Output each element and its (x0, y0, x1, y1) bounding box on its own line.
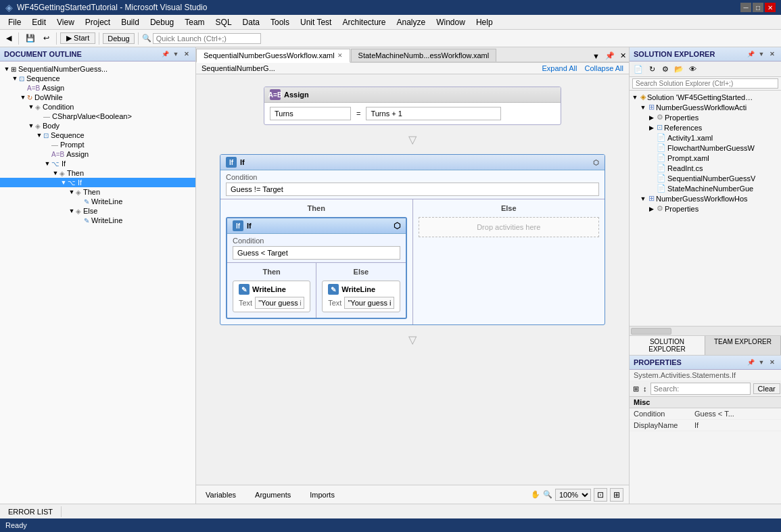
assign-right-input[interactable] (366, 107, 501, 120)
tree-item-assign2[interactable]: A=B Assign (0, 149, 195, 159)
tree-item-assign1[interactable]: A=B Assign (0, 83, 195, 93)
auto-hide-button[interactable]: 📌 (160, 49, 170, 59)
se-preview[interactable]: 👁 (686, 63, 699, 75)
start-button[interactable]: ▶ Start (60, 32, 95, 44)
fit-page-button[interactable]: ⊡ (594, 488, 607, 502)
imports-tab[interactable]: Imports (306, 489, 339, 500)
se-readint[interactable]: 📄 ReadInt.cs (630, 163, 781, 173)
tree-item-dowhile[interactable]: ▼ ↻ DoWhile (0, 93, 195, 102)
tree-item-else2[interactable]: ▼ ◈ Else (0, 206, 195, 216)
tree-item-sequence1[interactable]: ▼ ⊡ Sequence (0, 74, 195, 83)
outer-condition-input[interactable] (226, 183, 599, 196)
expand-all-button[interactable]: Expand All (542, 64, 577, 72)
menu-item-build[interactable]: Build (116, 16, 145, 28)
menu-item-team[interactable]: Team (179, 16, 210, 28)
se-refresh[interactable]: ↻ (646, 63, 658, 75)
hand-tool[interactable]: ✋ (531, 490, 540, 499)
workflow-canvas[interactable]: A=B Assign = ▽ (196, 74, 629, 485)
se-props1[interactable]: ▶ ⚙ Properties (630, 112, 781, 122)
se-smc1[interactable]: 📄 StateMachineNumberGue (630, 183, 781, 193)
prop-categorized-button[interactable]: ⊞ (632, 383, 640, 395)
arguments-tab[interactable]: Arguments (251, 489, 295, 500)
se-flow1[interactable]: 📄 FlowchartNumberGuessW (630, 143, 781, 153)
menu-item-architecture[interactable]: Architecture (337, 16, 391, 28)
auto-hide-editor-button[interactable]: 📌 (602, 50, 617, 62)
se-ng2[interactable]: ▼ ⊞ NumberGuessWorkflowHos (630, 193, 781, 203)
variables-tab[interactable]: Variables (202, 489, 240, 500)
inner-else-text-input[interactable] (344, 297, 394, 309)
menu-item-view[interactable]: View (51, 16, 80, 28)
tree-item-prompt[interactable]: — Prompt (0, 140, 195, 149)
prop-auto-hide-button[interactable]: 📌 (746, 358, 755, 367)
close-button[interactable]: ✕ (765, 3, 776, 12)
quick-launch-input[interactable] (153, 33, 261, 44)
tree-item-csharpvalue[interactable]: — CSharpValue<Boolean> (0, 112, 195, 121)
error-list-tab[interactable]: ERROR LIST (0, 506, 62, 517)
se-scrollbar-h[interactable] (630, 326, 781, 335)
prop-alphabetical-button[interactable]: ↕ (642, 383, 648, 395)
se-open-folder[interactable]: 📂 (673, 63, 685, 75)
tree-item-condition[interactable]: ▼ ◈ Condition (0, 102, 195, 112)
document-list-button[interactable]: ▼ (590, 51, 602, 62)
zoom-select[interactable]: 100% 75% 50% 150% (555, 489, 591, 501)
se-ng1[interactable]: ▼ ⊞ NumberGuessWorkflowActi (630, 102, 781, 112)
se-tab-team-explorer[interactable]: TEAM EXPLORER (705, 336, 781, 355)
minimize-button[interactable]: ─ (740, 3, 751, 12)
tree-item-then2[interactable]: ▼ ◈ Then (0, 187, 195, 197)
menu-item-tools[interactable]: Tools (265, 16, 295, 28)
zoom-icon[interactable]: 🔍 (543, 490, 552, 499)
menu-item-window[interactable]: Window (431, 16, 471, 28)
fit-all-button[interactable]: ⊞ (610, 488, 623, 502)
undo-button[interactable]: ↩ (40, 31, 53, 46)
back-button[interactable]: ◀ (3, 31, 15, 46)
inner-condition-input[interactable] (233, 246, 400, 260)
se-options-button[interactable]: ▼ (757, 49, 766, 59)
se-show-all-files[interactable]: 📄 (632, 63, 644, 75)
se-properties[interactable]: ⚙ (659, 63, 671, 75)
inner-if-collapse[interactable]: ⬡ (394, 221, 400, 231)
tab-statemachine[interactable]: StateMachineNumb...essWorkflow.xaml (351, 49, 497, 62)
menu-item-debug[interactable]: Debug (145, 16, 179, 28)
outer-if-collapse[interactable]: ⬡ (593, 159, 599, 166)
prop-options-button[interactable]: ▼ (757, 358, 766, 367)
menu-item-help[interactable]: Help (471, 16, 498, 28)
drop-activities-zone[interactable]: Drop activities here (419, 217, 600, 237)
assign-left-input[interactable] (270, 107, 351, 120)
se-solution[interactable]: ▼ ◈ Solution 'WF45GettingStartedTut (630, 92, 781, 102)
se-refs1[interactable]: ▶ ⊡ References (630, 122, 781, 132)
close-editor-button[interactable]: ✕ (617, 50, 629, 62)
menu-item-project[interactable]: Project (80, 16, 116, 28)
maximize-button[interactable]: □ (753, 3, 763, 12)
tree-item-sequence2[interactable]: ▼ ⊡ Sequence (0, 130, 195, 140)
panel-options-button[interactable]: ▼ (171, 49, 181, 59)
se-props2[interactable]: ▶ ⚙ Properties (630, 203, 781, 214)
menu-item-unit-test[interactable]: Unit Test (295, 16, 337, 28)
save-button[interactable]: 💾 (22, 31, 39, 46)
se-auto-hide-button[interactable]: 📌 (746, 49, 755, 59)
se-seq1[interactable]: 📄 SequentialNumberGuessV (630, 173, 781, 183)
prop-condition-value[interactable]: Guess < T... (690, 408, 781, 420)
se-close-button[interactable]: ✕ (767, 49, 777, 59)
tree-item-if2[interactable]: ▼ ⌥ If (0, 178, 195, 187)
se-prompt1[interactable]: 📄 Prompt.xaml (630, 153, 781, 163)
tree-item-writeline1[interactable]: ✎ WriteLine (0, 197, 195, 206)
panel-close-button[interactable]: ✕ (182, 49, 191, 59)
debug-config-dropdown[interactable]: Debug (103, 33, 134, 44)
menu-item-edit[interactable]: Edit (26, 16, 51, 28)
tree-item-writeline2[interactable]: ✎ WriteLine (0, 216, 195, 225)
tree-item-if1[interactable]: ▼ ⌥ If (0, 159, 195, 168)
tab-sequential[interactable]: SequentialNumberGuessWorkflow.xaml ✕ (196, 49, 350, 63)
prop-displayname-value[interactable]: If (690, 420, 781, 431)
se-search-input[interactable] (632, 78, 778, 89)
prop-clear-button[interactable]: Clear (753, 383, 780, 394)
inner-then-text-input[interactable] (255, 297, 304, 309)
se-tab-solution-explorer[interactable]: SOLUTION EXPLORER (630, 336, 705, 355)
menu-item-sql[interactable]: SQL (210, 16, 237, 28)
collapse-all-button[interactable]: Collapse All (585, 64, 623, 72)
tree-item-body[interactable]: ▼ ◈ Body (0, 121, 195, 130)
tab-sequential-close[interactable]: ✕ (337, 52, 343, 59)
prop-close-button[interactable]: ✕ (767, 358, 777, 367)
se-scroll-thumb-h[interactable] (631, 328, 671, 335)
se-act1[interactable]: 📄 Activity1.xaml (630, 132, 781, 143)
menu-item-data[interactable]: Data (237, 16, 265, 28)
